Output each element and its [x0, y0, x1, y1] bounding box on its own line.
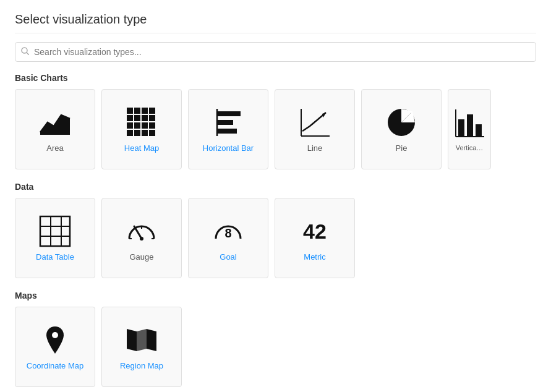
svg-text:8: 8: [224, 226, 231, 240]
svg-marker-25: [322, 113, 326, 117]
chart-card-pie[interactable]: Pie: [361, 89, 442, 169]
gauge-icon: [126, 215, 158, 247]
data-table-label: Data Table: [36, 252, 74, 262]
page-title: Select visualization type: [15, 12, 536, 33]
section-label-data: Data: [15, 182, 536, 192]
data-grid: Data Table Gauge 8 Goal 42: [15, 198, 536, 278]
svg-rect-32: [467, 114, 473, 137]
chart-card-area[interactable]: Area: [15, 89, 95, 169]
pie-icon: [385, 106, 417, 138]
svg-rect-12: [134, 122, 140, 129]
metric-label: Metric: [304, 252, 325, 262]
chart-card-goal[interactable]: 8 Goal: [188, 198, 268, 278]
chart-card-gauge[interactable]: Gauge: [101, 198, 182, 278]
region-map-label: Region Map: [120, 361, 163, 370]
svg-marker-49: [147, 329, 156, 351]
metric-icon: 42: [299, 215, 331, 247]
coordinate-map-label: Coordinate Map: [27, 361, 84, 370]
chart-card-heat-map[interactable]: Heat Map: [101, 89, 182, 169]
svg-marker-47: [127, 329, 137, 351]
svg-rect-7: [127, 115, 133, 121]
goal-label: Goal: [220, 252, 236, 262]
area-label: Area: [46, 143, 63, 153]
pie-label: Pie: [396, 143, 408, 153]
search-container: [15, 42, 536, 62]
search-icon: [21, 47, 29, 57]
horizontal-bar-label: Horizontal Bar: [203, 143, 254, 153]
chart-card-coordinate-map[interactable]: Coordinate Map: [15, 307, 95, 387]
svg-rect-6: [149, 108, 155, 114]
svg-text:42: 42: [303, 219, 327, 243]
goal-icon: 8: [212, 215, 244, 247]
svg-rect-17: [142, 130, 148, 136]
heat-map-icon: [126, 106, 158, 138]
svg-point-46: [52, 332, 58, 338]
svg-rect-15: [127, 130, 133, 136]
horizontal-bar-icon: [212, 106, 244, 138]
chart-card-vertical[interactable]: Vertica…: [448, 89, 491, 169]
chart-card-line[interactable]: Line: [275, 89, 355, 169]
chart-card-region-map[interactable]: Region Map: [101, 307, 182, 387]
svg-rect-4: [134, 108, 140, 114]
svg-rect-10: [149, 115, 155, 121]
maps-grid: Coordinate Map Region Map: [15, 307, 536, 387]
coordinate-map-icon: [39, 324, 71, 356]
vertical-bar-icon: [453, 107, 485, 139]
svg-rect-11: [127, 122, 133, 129]
data-table-icon: [39, 215, 71, 247]
region-map-icon: [126, 324, 158, 356]
svg-rect-21: [217, 120, 233, 125]
svg-rect-33: [476, 124, 482, 137]
vertical-label: Vertica…: [456, 144, 484, 151]
svg-rect-9: [142, 115, 148, 121]
basic-charts-grid: Area Heat Map: [15, 89, 536, 169]
svg-rect-34: [40, 216, 70, 246]
svg-marker-48: [137, 329, 147, 351]
chart-card-metric[interactable]: 42 Metric: [275, 198, 355, 278]
svg-rect-16: [134, 130, 140, 136]
section-label-basic-charts: Basic Charts: [15, 73, 536, 83]
svg-rect-8: [134, 115, 140, 121]
svg-rect-31: [458, 119, 464, 137]
line-icon: [299, 106, 331, 138]
gauge-label: Gauge: [129, 252, 153, 262]
svg-line-1: [27, 53, 29, 55]
svg-line-39: [134, 226, 142, 239]
area-icon: [39, 106, 71, 138]
svg-point-40: [140, 237, 143, 241]
svg-marker-2: [40, 115, 70, 135]
svg-rect-18: [149, 130, 155, 136]
svg-rect-3: [127, 108, 133, 114]
svg-rect-13: [142, 122, 148, 129]
line-label: Line: [307, 143, 323, 153]
chart-card-data-table[interactable]: Data Table: [15, 198, 95, 278]
svg-rect-22: [217, 129, 237, 134]
section-label-maps: Maps: [15, 291, 536, 300]
svg-rect-20: [217, 111, 241, 116]
svg-rect-14: [149, 122, 155, 129]
svg-rect-5: [142, 108, 148, 114]
chart-card-horizontal-bar[interactable]: Horizontal Bar: [188, 89, 268, 169]
search-input[interactable]: [15, 42, 536, 62]
heat-map-label: Heat Map: [124, 143, 159, 153]
